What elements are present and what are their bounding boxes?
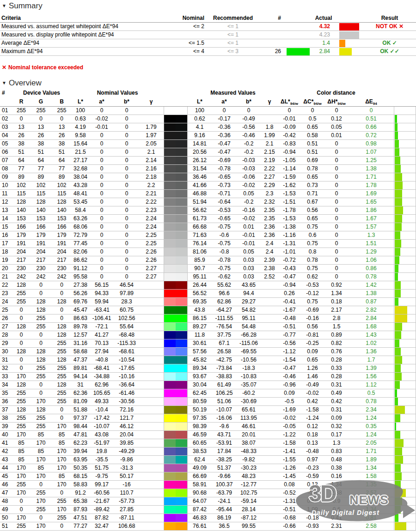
cell-nominal-a: 32.47 [89,522,115,530]
cell-measured-l: 0.62 [188,115,212,123]
cell-measured-b: -115.06 [237,339,261,347]
cell-measured-a: -0.73 [212,181,237,189]
delta-e-bar-cell [394,481,416,489]
delta-e-bar-cell [394,381,416,389]
cell-delta-e: 0.5 [349,389,394,397]
cell-index: 08 [0,165,12,173]
color-swatch [164,514,188,522]
cell-device-g: 255 [31,314,51,322]
delta-e-bar-cell [394,514,416,522]
swatch-measured-half [176,348,187,356]
cell-measured-l: 85.9 [188,256,212,264]
cell-measured-b: -0.03 [237,157,261,164]
cell-measured-a: 36.5 [212,522,237,530]
color-swatch [164,323,188,331]
cell-delta-h: 0.89 [324,331,349,339]
cell-device-g: 170 [31,522,51,530]
delta-e-bar-cell [394,240,416,248]
cell-delta-h: 0.83 [324,447,349,455]
cell-delta-e: 1.89 [349,456,394,464]
swatch-measured-half [176,314,187,322]
cell-nominal-l: 86.62 [72,256,89,264]
cell-delta-c: 0.13 [300,439,324,447]
cell-delta-h: 0 [324,190,349,198]
cell-index: 48 [0,497,12,505]
cell-delta-h: 2.31 [324,522,349,530]
swatch-nominal-half [164,364,176,372]
cell-nominal-b: 46.54 [115,281,139,289]
cell-device-b: 217 [51,256,72,264]
cell-delta-c: 0.56 [300,206,324,214]
swatch-nominal-half [164,231,176,239]
summary-section-title[interactable]: ▼Summary [0,0,416,12]
cell-nominal-a: 0 [89,215,115,223]
cell-device-r: 170 [12,431,31,439]
cell-delta-c: -1.58 [300,406,324,414]
cell-device-g: 255 [31,373,51,381]
cell-measured-b: 0.05 [237,248,261,256]
summary-col-recommended: Recommended [208,14,258,22]
cell-device-r: 128 [12,281,31,289]
cell-device-g: 255 [31,107,51,115]
group-header-device: Device Values [12,89,71,97]
cell-device-g: 85 [31,447,51,455]
summary-cell-actual: 1.4 [312,39,336,47]
cell-measured-gamma [261,314,278,322]
overview-section-title[interactable]: ▼Overview [0,77,416,89]
cell-measured-b: 0.05 [237,190,261,198]
cell-nominal-gamma [139,331,164,339]
cell-nominal-gamma: 1.79 [139,123,164,131]
swatch-measured-half [176,481,187,489]
swatch-nominal-half [164,497,176,505]
summary-col-result: Result [363,14,416,22]
cell-delta-c: 0.78 [300,165,324,173]
cell-delta-e: 1.42 [349,281,394,289]
cell-measured-b: -87.12 [237,514,261,522]
cell-delta-l: -0.52 [278,489,300,497]
swatch-nominal-half [164,472,176,480]
delta-e-bar [395,132,398,139]
cell-delta-c: 0.75 [300,298,324,306]
cell-nominal-gamma: 2.21 [139,190,164,198]
cell-device-b: 140 [51,206,72,214]
cell-nominal-b: 0 [115,223,139,231]
cell-index: 10 [0,181,12,189]
cell-measured-a: -0.65 [212,215,237,223]
cell-index: 32 [0,364,12,372]
delta-e-bar-cell [394,173,416,181]
count-bar [287,48,310,55]
cell-measured-gamma [261,456,278,464]
cell-nominal-a: 0 [89,206,115,214]
cell-measured-gamma: 2.29 [261,181,278,189]
cell-device-r: 170 [12,514,31,522]
cell-measured-gamma [261,115,278,123]
cell-measured-b: -0.2 [237,198,261,206]
color-swatch [164,431,188,439]
cell-device-g: 38 [31,140,51,148]
cell-nominal-gamma [139,398,164,405]
cell-measured-a: -0.64 [212,198,237,206]
cell-measured-l: 76.61 [188,522,212,530]
delta-e-bar-cell [394,248,416,256]
subheader-nom-l: L* [72,97,89,106]
cell-measured-a: 51.06 [212,398,237,405]
cell-index: 30 [0,348,12,356]
cell-device-r: 230 [12,265,31,272]
swatch-measured-half [176,497,187,505]
cell-device-g: 255 [31,423,51,430]
cell-delta-c: 0.97 [300,456,324,464]
cell-device-b: 255 [51,389,72,397]
cell-index: 31 [0,356,12,364]
swatch-measured-half [176,423,187,430]
cell-measured-gamma: 2.52 [261,273,278,281]
cell-device-b: 166 [51,223,72,231]
cell-nominal-b: -68.48 [115,331,139,339]
group-header-nominal: Nominal Values [71,89,164,97]
color-swatch [164,215,188,223]
cell-nominal-gamma: 1.97 [139,132,164,139]
cell-nominal-b: 110.7 [115,489,139,497]
delta-e-bar-cell [394,148,416,156]
cell-device-r: 38 [12,140,31,148]
cell-measured-a: -76.54 [212,323,237,331]
cell-delta-c: 0.75 [300,240,324,248]
